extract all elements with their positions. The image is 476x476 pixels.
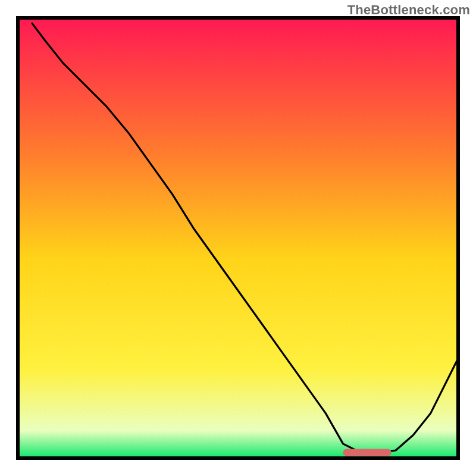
- plot-area: [18, 18, 458, 458]
- optimum-marker: [343, 449, 392, 456]
- watermark-text: TheBottleneck.com: [347, 2, 470, 18]
- bottleneck-chart: [0, 0, 476, 476]
